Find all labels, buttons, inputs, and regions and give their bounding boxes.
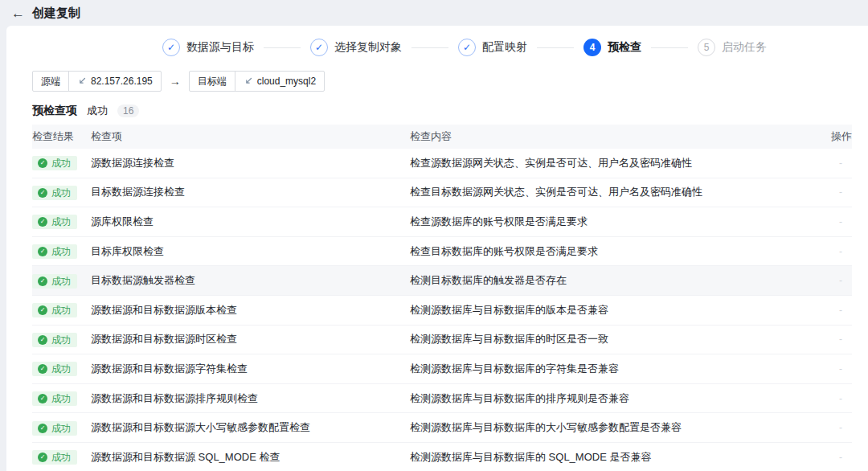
success-check-icon: ✓ [38,335,47,345]
check-item-cell: 目标数据源触发器检查 [91,273,410,288]
table-row: ✓ 成功 源数据源连接检查 检查源数据源网关状态、实例是否可达、用户名及密码准确… [32,149,852,178]
stepper: ✓ 数据源与目标 ✓ 选择复制对象 ✓ 配置映射 4 预检查 5 启动任务 [32,39,852,56]
success-check-icon: ✓ [38,217,47,227]
check-item-cell: 目标数据源连接检查 [91,185,410,199]
source-endpoint-value: 82.157.26.195 [69,72,161,91]
status-badge-label: 成功 [51,394,71,403]
table-row: ✓ 成功 源数据源和目标数据源排序规则检查 检测源数据库与目标数据库的排序规则是… [32,384,852,414]
col-header-action: 操作 [804,129,852,144]
action-cell: - [804,275,852,286]
table-row: ✓ 成功 目标数据源连接检查 检查目标数据源网关状态、实例是否可达、用户名及密码… [32,178,852,208]
summary-count-badge: 16 [117,104,139,117]
check-content-cell: 检测源数据库与目标数据库的排序规则是否兼容 [410,391,804,406]
check-item-cell: 源数据源和目标数据源版本检查 [91,303,410,317]
step-label: 启动任务 [722,40,767,55]
table-row: ✓ 成功 目标库权限检查 检查目标数据库的账号权限是否满足要求 - [32,237,852,267]
step-label: 预检查 [608,40,641,55]
source-endpoint-tag: 源端 82.157.26.195 [32,71,162,92]
step-label: 数据源与目标 [186,40,254,55]
status-badge: ✓ 成功 [32,303,77,317]
check-content-cell: 检测目标数据库的触发器是否存在 [410,273,804,288]
target-endpoint-value: cloud_mysql2 [235,72,324,91]
summary-status-label: 成功 [87,104,108,118]
check-item-cell: 源库权限检查 [91,215,410,229]
check-result-cell: ✓ 成功 [32,214,91,229]
action-cell: - [804,158,852,169]
check-result-cell: ✓ 成功 [32,185,91,200]
status-badge-label: 成功 [51,188,71,198]
success-check-icon: ✓ [38,276,47,286]
success-check-icon: ✓ [38,364,47,374]
check-result-cell: ✓ 成功 [32,244,91,259]
precheck-table: 检查结果 检查项 检查内容 操作 ✓ 成功 源数据源连接检查 检查源数据源网关状… [32,125,852,471]
check-item-cell: 源数据源和目标数据源 SQL_MODE 检查 [91,450,410,465]
page-title: 创建复制 [32,6,80,21]
table-row: ✓ 成功 源数据源和目标数据源字符集检查 检测源数据库与目标数据库的字符集是否兼… [32,354,852,384]
status-badge-label: 成功 [51,364,71,374]
status-badge: ✓ 成功 [32,156,77,170]
step-connector [651,47,688,48]
status-badge: ✓ 成功 [32,333,77,347]
table-row: ✓ 成功 源数据源和目标数据源版本检查 检测源数据库与目标数据库的版本是否兼容 … [32,296,852,326]
status-badge: ✓ 成功 [32,244,77,259]
endpoints-bar: 源端 82.157.26.195 → 目标端 cloud_mysql2 [32,71,852,92]
status-badge: ✓ 成功 [32,391,77,406]
success-check-icon: ✓ [38,424,47,433]
step-connector [411,47,448,48]
stepper-step[interactable]: ✓ 配置映射 [458,39,527,56]
action-cell: - [804,363,852,375]
status-badge-label: 成功 [51,305,71,315]
status-badge: ✓ 成功 [32,362,77,376]
status-badge: ✓ 成功 [32,274,77,289]
arrow-right-icon: → [170,75,181,88]
step-check-icon: ✓ [458,39,476,56]
action-cell: - [804,393,852,404]
check-result-cell: ✓ 成功 [32,332,91,347]
status-badge-label: 成功 [51,247,71,256]
check-content-cell: 检查源数据库的账号权限是否满足要求 [410,215,804,229]
stepper-step[interactable]: 4 预检查 [583,39,641,56]
check-item-cell: 源数据源和目标数据源排序规则检查 [91,391,410,406]
status-badge: ✓ 成功 [32,215,77,229]
check-content-cell: 检测源数据库与目标数据库的时区是否一致 [410,332,804,346]
success-check-icon: ✓ [38,247,47,256]
success-check-icon: ✓ [38,453,47,462]
target-endpoint-tag: 目标端 cloud_mysql2 [189,71,325,92]
step-label: 选择复制对象 [334,40,402,55]
step-connector [537,47,574,48]
status-badge: ✓ 成功 [32,421,77,436]
table-row: ✓ 成功 源数据源和目标数据源大小写敏感参数配置检查 检测源数据库与目标数据库的… [32,413,852,443]
check-content-cell: 检测源数据库与目标数据库的 SQL_MODE 是否兼容 [410,450,804,465]
check-result-cell: ✓ 成功 [32,155,91,170]
step-connector [264,47,301,48]
back-button[interactable]: ← [11,6,25,20]
check-content-cell: 检查目标数据源网关状态、实例是否可达、用户名及密码准确性 [410,185,804,199]
action-cell: - [804,452,852,463]
stepper-step[interactable]: ✓ 数据源与目标 [162,39,254,56]
col-header-item: 检查项 [91,129,410,144]
check-result-cell: ✓ 成功 [32,391,91,406]
status-badge-label: 成功 [51,424,71,433]
check-result-cell: ✓ 成功 [32,420,91,436]
table-body: ✓ 成功 源数据源连接检查 检查源数据源网关状态、实例是否可达、用户名及密码准确… [32,149,852,471]
status-badge-label: 成功 [51,453,71,462]
status-badge: ✓ 成功 [32,186,77,200]
precheck-card: ✓ 数据源与目标 ✓ 选择复制对象 ✓ 配置映射 4 预检查 5 启动任务 源端… [6,26,868,471]
action-cell: - [804,334,852,345]
source-endpoint-label: 源端 [33,72,69,91]
datasource-icon [77,76,87,86]
check-result-cell: ✓ 成功 [32,273,91,289]
stepper-step[interactable]: ✓ 选择复制对象 [310,39,402,56]
step-check-icon: ✓ [310,39,328,56]
action-cell: - [804,246,852,257]
check-content-cell: 检查目标数据库的账号权限是否满足要求 [410,244,804,259]
check-result-cell: ✓ 成功 [32,449,91,465]
target-endpoint-label: 目标端 [190,72,235,91]
check-item-cell: 源数据源和目标数据源时区检查 [91,332,410,346]
stepper-step[interactable]: 5 启动任务 [698,39,767,56]
action-cell: - [804,186,852,198]
action-cell: - [804,216,852,227]
check-item-cell: 源数据源和目标数据源字符集检查 [91,362,410,376]
step-check-icon: ✓ [162,39,180,56]
target-endpoint-text: cloud_mysql2 [257,76,316,86]
